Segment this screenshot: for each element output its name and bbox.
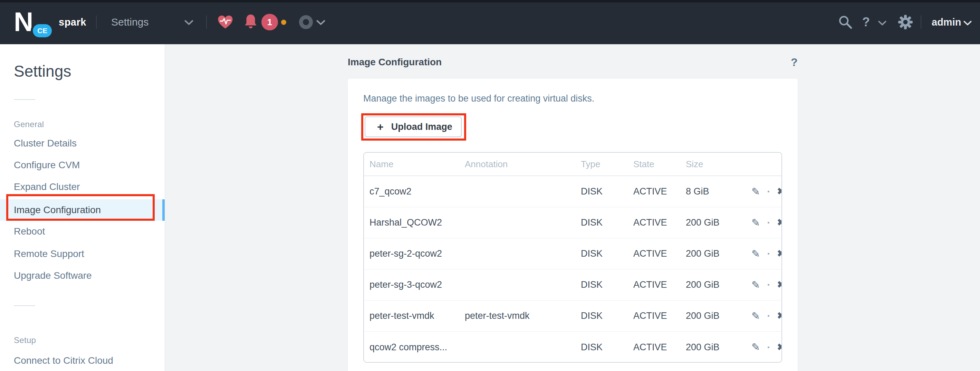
help-menu[interactable]: ? [862,0,870,44]
action-separator-dot [768,191,769,193]
image-type: DISK [581,217,633,228]
image-state: ACTIVE [633,186,686,197]
image-size: 200 GiB [686,342,751,353]
top-navbar: N CE spark Settings 1 ? [0,0,980,44]
search-icon[interactable] [838,15,853,30]
panel-description: Manage the images to be used for creatin… [363,93,594,104]
image-type: DISK [581,279,633,290]
chevron-down-icon[interactable] [963,21,972,25]
prism-settings-screen: N CE spark Settings 1 ? [0,0,980,371]
image-state: ACTIVE [633,342,686,353]
sidebar-item-connect-citrix-cloud[interactable]: Connect to Citrix Cloud [14,356,113,365]
chevron-down-icon[interactable] [185,20,193,25]
x-icon[interactable]: ✖ [777,280,782,290]
chevron-down-icon[interactable] [878,21,886,25]
sidebar-divider [14,99,35,100]
image-state: ACTIVE [633,310,686,321]
image-name: Harshal_QCOW2 [369,217,465,228]
table-row: peter-sg-3-qcow2 DISK ACTIVE 200 GiB ✎✖ [364,269,781,301]
sidebar-section-setup: Setup [14,335,36,345]
x-icon[interactable]: ✖ [777,343,782,352]
image-type: DISK [581,310,633,321]
image-size: 200 GiB [686,279,751,290]
column-header-size: Size [686,159,751,170]
image-state: ACTIVE [633,217,686,228]
user-menu[interactable]: admin [932,0,961,44]
pencil-icon[interactable]: ✎ [751,249,760,259]
column-header-annotation: Annotation [465,159,581,170]
image-size: 200 GiB [686,217,751,228]
page-title: Image Configuration [348,57,442,68]
image-type: DISK [581,342,633,353]
pencil-icon[interactable]: ✎ [751,342,760,352]
sidebar-title: Settings [14,62,71,80]
main-content: Image Configuration ? Manage the images … [165,44,980,371]
x-icon[interactable]: ✖ [777,218,782,227]
action-separator-dot [768,222,769,223]
chevron-down-icon[interactable] [316,20,325,25]
images-table: Name Annotation Type State Size c7_qcow2… [363,152,782,363]
column-header-state: State [633,159,686,170]
image-annotation: peter-test-vmdk [465,310,581,321]
image-name: c7_qcow2 [369,186,465,197]
heart-pulse-icon[interactable] [217,14,234,30]
sidebar-selected-accent-bar [162,199,165,221]
table-row: peter-sg-2-qcow2 DISK ACTIVE 200 GiB ✎✖ [364,238,781,269]
image-type: DISK [581,248,633,259]
navbar-divider [96,16,97,29]
navbar-divider [206,16,207,29]
gear-icon[interactable] [898,14,913,30]
settings-menu[interactable]: Settings [111,0,148,44]
sidebar-item-reboot[interactable]: Reboot [14,227,45,236]
pencil-icon[interactable]: ✎ [751,186,760,197]
community-edition-badge: CE [33,24,52,37]
table-row: c7_qcow2 DISK ACTIVE 8 GiB ✎✖ [364,176,781,207]
column-header-type: Type [581,159,633,170]
pencil-icon[interactable]: ✎ [751,218,760,228]
table-row: qcow2 compress... DISK ACTIVE 200 GiB ✎✖ [364,332,781,363]
column-header-name: Name [369,159,465,170]
image-size: 8 GiB [686,186,751,197]
image-name: peter-sg-3-qcow2 [369,279,465,290]
table-header-row: Name Annotation Type State Size [364,153,781,176]
sidebar-item-remote-support[interactable]: Remote Support [14,249,84,259]
action-separator-dot [768,253,769,255]
action-separator-dot [768,284,769,286]
image-name: qcow2 compress... [369,342,465,353]
image-state: ACTIVE [633,248,686,259]
action-separator-dot [768,347,769,348]
navbar-divider [921,16,921,29]
pencil-icon[interactable]: ✎ [751,280,760,290]
sidebar-divider [14,306,35,306]
bell-icon[interactable] [244,14,258,30]
image-size: 200 GiB [686,310,751,321]
image-size: 200 GiB [686,248,751,259]
annotation-box-upload-image [361,113,466,140]
contextual-help-icon[interactable]: ? [788,56,800,69]
sidebar-item-upgrade-software[interactable]: Upgrade Software [14,271,92,280]
x-icon[interactable]: ✖ [777,311,782,320]
sidebar-item-expand-cluster[interactable]: Expand Cluster [14,182,80,192]
sidebar-item-configure-cvm[interactable]: Configure CVM [14,160,80,170]
table-row: peter-test-vmdk peter-test-vmdk DISK ACT… [364,301,781,332]
image-state: ACTIVE [633,279,686,290]
alert-count-badge[interactable]: 1 [261,14,278,30]
annotation-box-image-configuration [6,194,155,221]
sidebar-section-general: General [14,119,44,129]
pencil-icon[interactable]: ✎ [751,311,760,321]
x-icon[interactable]: ✖ [777,187,782,196]
action-separator-dot [768,315,769,317]
tasks-ring-icon[interactable] [299,15,313,29]
table-row: Harshal_QCOW2 DISK ACTIVE 200 GiB ✎✖ [364,207,781,238]
image-type: DISK [581,186,633,197]
x-icon[interactable]: ✖ [777,249,782,258]
image-name: peter-sg-2-qcow2 [369,248,465,259]
notification-dot [281,20,286,25]
cluster-name[interactable]: spark [59,0,86,44]
image-name: peter-test-vmdk [369,310,465,321]
nutanix-logo[interactable]: N [14,8,32,35]
sidebar-item-cluster-details[interactable]: Cluster Details [14,139,77,148]
